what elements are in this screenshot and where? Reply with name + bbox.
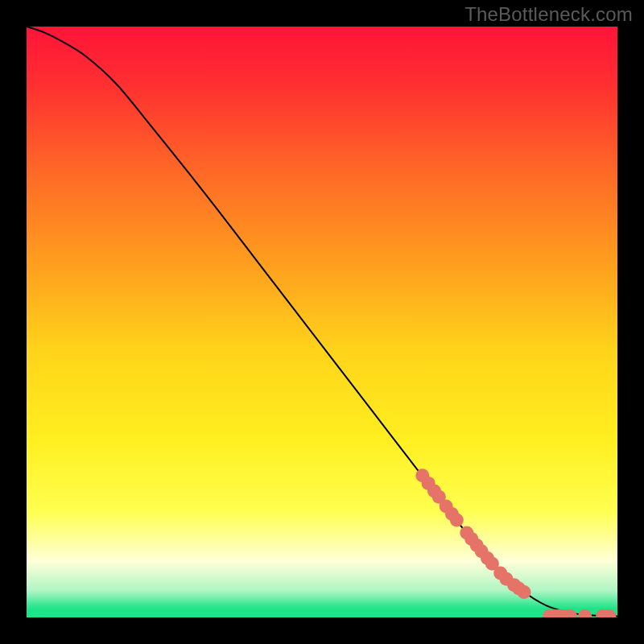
gradient-background [27, 27, 617, 617]
data-marker [518, 585, 531, 599]
chart-stage: TheBottleneck.com [0, 0, 644, 644]
watermark-text: TheBottleneck.com [464, 3, 633, 26]
data-marker [450, 513, 464, 526]
plot-area [27, 27, 617, 617]
chart-svg [27, 27, 617, 617]
